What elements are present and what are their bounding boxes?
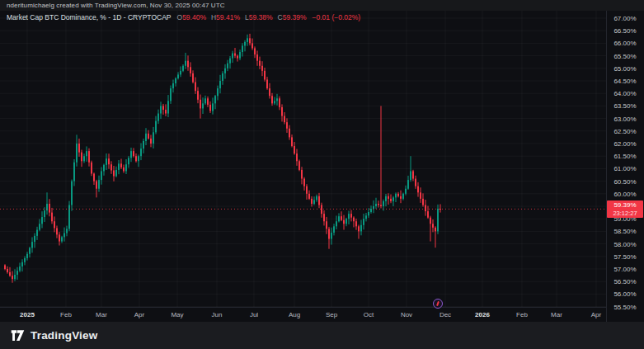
brand-name: TradingView bbox=[31, 329, 97, 342]
price-tick-label: 62.50% bbox=[606, 128, 644, 135]
time-tick-label: Oct bbox=[364, 311, 374, 318]
candlestick-chart[interactable] bbox=[0, 0, 644, 349]
footer-bar: TradingView bbox=[0, 322, 644, 349]
price-tick-label: 64.00% bbox=[606, 90, 644, 97]
ohlc-item: O59.40% bbox=[177, 13, 206, 21]
symbol-legend[interactable]: Market Cap BTC Dominance, % - 1D - CRYPT… bbox=[7, 13, 360, 21]
time-tick-label: Feb bbox=[60, 311, 72, 318]
price-tick-label: 55.50% bbox=[606, 304, 644, 311]
time-tick-label: 2025 bbox=[20, 311, 35, 318]
time-tick-label: 2026 bbox=[475, 311, 490, 318]
tradingview-snapshot: nderitumichaelg created with TradingView… bbox=[0, 0, 644, 349]
time-tick-label: Dec bbox=[440, 311, 451, 318]
ohlc-item: C59.39% bbox=[278, 13, 307, 21]
price-tick-label: 61.00% bbox=[606, 165, 644, 172]
ohlc-values: O59.40%H59.41%L59.38%C59.39% bbox=[177, 13, 307, 21]
symbol-title[interactable]: Market Cap BTC Dominance, % - 1D - CRYPT… bbox=[7, 13, 172, 21]
price-tick-label: 64.50% bbox=[606, 78, 644, 85]
price-tick-label: 60.00% bbox=[606, 191, 644, 198]
price-tick-label: 56.00% bbox=[606, 290, 644, 298]
price-tick-label: 57.50% bbox=[606, 253, 644, 261]
time-scale[interactable]: 2025FebMarAprMayJunJulAugSepOctNovDec202… bbox=[0, 308, 606, 322]
time-tick-label: Feb bbox=[516, 311, 528, 318]
price-tick-label: 60.50% bbox=[606, 178, 644, 186]
ohlc-item: L59.38% bbox=[245, 13, 273, 21]
time-tick-label: Jun bbox=[212, 311, 223, 318]
time-tick-label: May bbox=[171, 311, 183, 318]
time-tick-label: Apr bbox=[134, 311, 144, 318]
price-tick-label: 63.00% bbox=[606, 116, 644, 123]
price-tick-label: 61.50% bbox=[606, 153, 644, 160]
price-tick-label: 65.50% bbox=[606, 53, 644, 60]
time-tick-label: Aug bbox=[289, 311, 300, 318]
event-marker-icon[interactable] bbox=[433, 299, 443, 309]
time-tick-label: Jul bbox=[250, 311, 258, 318]
price-tick-label: 62.00% bbox=[606, 140, 644, 148]
ohlc-item: H59.41% bbox=[211, 13, 240, 21]
price-tick-label: 58.00% bbox=[606, 241, 644, 248]
time-tick-label: Apr bbox=[591, 311, 601, 318]
time-tick-label: Nov bbox=[401, 311, 412, 318]
price-tick-label: 66.00% bbox=[606, 40, 644, 47]
last-price-value: 59.39% bbox=[607, 201, 643, 210]
price-tick-label: 58.50% bbox=[606, 228, 644, 235]
price-scale[interactable]: 67.00%66.50%66.00%65.50%65.00%64.50%64.0… bbox=[606, 11, 644, 322]
price-tick-label: 67.00% bbox=[606, 15, 644, 22]
tradingview-logo-icon[interactable] bbox=[11, 329, 25, 342]
bar-close-countdown: 23:12:27 bbox=[607, 210, 643, 217]
time-tick-label: Mar bbox=[96, 311, 107, 318]
bolt-icon bbox=[436, 301, 440, 306]
price-tick-label: 66.50% bbox=[606, 27, 644, 35]
time-tick-label: Mar bbox=[551, 311, 562, 318]
price-tick-label: 65.00% bbox=[606, 65, 644, 73]
price-tick-label: 57.00% bbox=[606, 266, 644, 273]
change-value: −0.01 (−0.02%) bbox=[313, 13, 361, 21]
price-tick-label: 63.50% bbox=[606, 102, 644, 110]
time-tick-label: Sep bbox=[326, 311, 337, 318]
price-tick-label: 56.50% bbox=[606, 278, 644, 285]
last-price-label: 59.39% 23:12:27 bbox=[607, 200, 643, 218]
